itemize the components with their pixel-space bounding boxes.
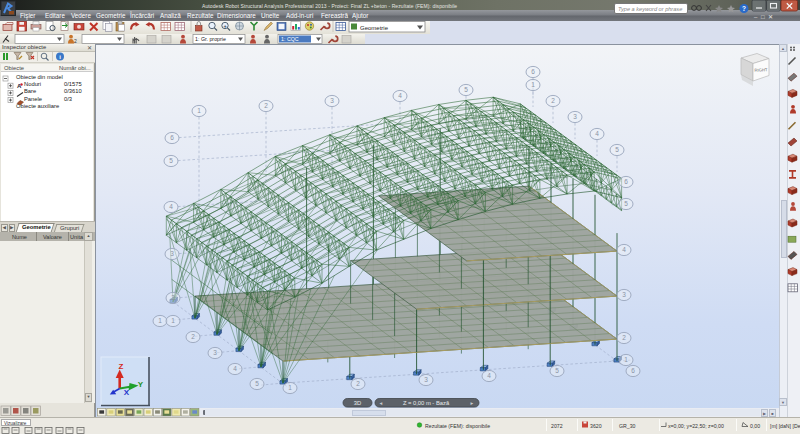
svg-text:+: +: [223, 23, 226, 29]
svg-text:?: ?: [742, 5, 746, 12]
svg-text:1: Gr. proprie: 1: Gr. proprie: [195, 36, 226, 42]
svg-text:✕: ✕: [768, 14, 773, 20]
svg-text:1: CQC: 1: CQC: [281, 36, 299, 42]
svg-text:□: □: [761, 14, 765, 20]
svg-text:–: –: [754, 14, 758, 20]
svg-text:2: 2: [74, 38, 77, 44]
svg-text:Geometrie: Geometrie: [360, 25, 389, 31]
